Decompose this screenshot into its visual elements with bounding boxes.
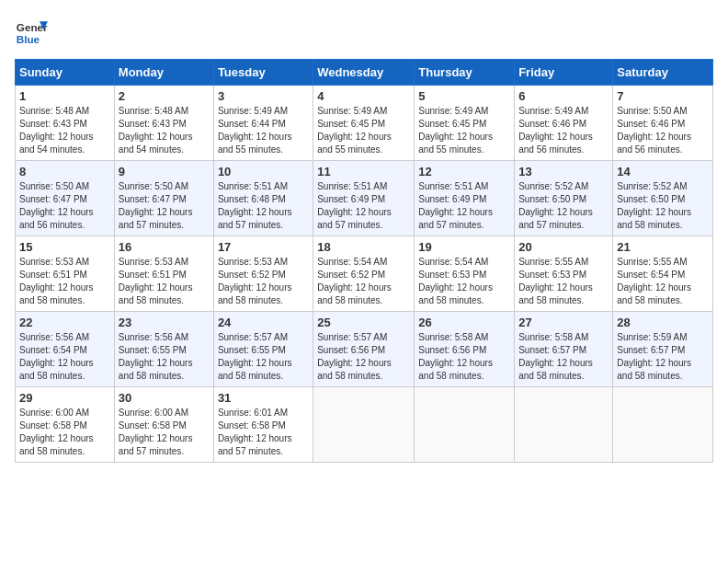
- day-info: Sunrise: 5:53 AM Sunset: 6:51 PM Dayligh…: [119, 256, 210, 307]
- day-number: 28: [617, 316, 709, 329]
- calendar-cell: 17Sunrise: 5:53 AM Sunset: 6:52 PM Dayli…: [213, 236, 313, 312]
- day-info: Sunrise: 5:51 AM Sunset: 6:49 PM Dayligh…: [418, 180, 510, 232]
- calendar-week-1: 1Sunrise: 5:48 AM Sunset: 6:43 PM Daylig…: [16, 86, 713, 161]
- day-info: Sunrise: 5:54 AM Sunset: 6:53 PM Dayligh…: [418, 256, 510, 307]
- day-header-tuesday: Tuesday: [213, 60, 313, 86]
- calendar-cell: [313, 387, 415, 463]
- calendar-cell: 4Sunrise: 5:49 AM Sunset: 6:45 PM Daylig…: [313, 86, 415, 161]
- calendar-cell: 22Sunrise: 5:56 AM Sunset: 6:54 PM Dayli…: [16, 312, 115, 387]
- calendar-table: SundayMondayTuesdayWednesdayThursdayFrid…: [15, 59, 713, 463]
- calendar-cell: [415, 387, 515, 463]
- day-header-monday: Monday: [114, 60, 213, 86]
- day-number: 8: [19, 165, 110, 178]
- day-number: 1: [19, 89, 110, 103]
- calendar-cell: 28Sunrise: 5:59 AM Sunset: 6:57 PM Dayli…: [613, 312, 713, 387]
- calendar-cell: 16Sunrise: 5:53 AM Sunset: 6:51 PM Dayli…: [114, 236, 213, 312]
- calendar-cell: 5Sunrise: 5:49 AM Sunset: 6:45 PM Daylig…: [415, 86, 515, 161]
- day-number: 3: [218, 89, 309, 103]
- day-number: 23: [119, 316, 210, 329]
- day-info: Sunrise: 5:57 AM Sunset: 6:56 PM Dayligh…: [317, 331, 410, 383]
- calendar-cell: 1Sunrise: 5:48 AM Sunset: 6:43 PM Daylig…: [16, 86, 115, 161]
- day-info: Sunrise: 5:50 AM Sunset: 6:46 PM Dayligh…: [617, 105, 709, 156]
- day-number: 22: [19, 316, 110, 329]
- day-number: 10: [218, 165, 309, 178]
- logo-icon: General Blue: [15, 15, 48, 48]
- day-number: 25: [317, 316, 410, 329]
- day-info: Sunrise: 5:48 AM Sunset: 6:43 PM Dayligh…: [19, 105, 110, 156]
- day-number: 30: [119, 391, 210, 405]
- calendar-cell: 12Sunrise: 5:51 AM Sunset: 6:49 PM Dayli…: [415, 161, 515, 236]
- day-header-wednesday: Wednesday: [313, 60, 415, 86]
- day-number: 9: [119, 165, 210, 178]
- calendar-cell: 21Sunrise: 5:55 AM Sunset: 6:54 PM Dayli…: [613, 236, 713, 312]
- calendar-cell: 26Sunrise: 5:58 AM Sunset: 6:56 PM Dayli…: [415, 312, 515, 387]
- day-number: 20: [518, 240, 609, 254]
- calendar-cell: 18Sunrise: 5:54 AM Sunset: 6:52 PM Dayli…: [313, 236, 415, 312]
- day-info: Sunrise: 5:51 AM Sunset: 6:48 PM Dayligh…: [218, 180, 309, 232]
- day-number: 11: [317, 165, 410, 178]
- calendar-cell: 2Sunrise: 5:48 AM Sunset: 6:43 PM Daylig…: [114, 86, 213, 161]
- day-info: Sunrise: 5:54 AM Sunset: 6:52 PM Dayligh…: [317, 256, 410, 307]
- calendar-cell: 6Sunrise: 5:49 AM Sunset: 6:46 PM Daylig…: [515, 86, 613, 161]
- day-number: 29: [19, 391, 110, 405]
- day-number: 6: [518, 89, 609, 103]
- calendar-cell: 10Sunrise: 5:51 AM Sunset: 6:48 PM Dayli…: [213, 161, 313, 236]
- day-info: Sunrise: 5:48 AM Sunset: 6:43 PM Dayligh…: [119, 105, 210, 156]
- calendar-cell: 7Sunrise: 5:50 AM Sunset: 6:46 PM Daylig…: [613, 86, 713, 161]
- day-number: 15: [19, 240, 110, 254]
- day-number: 17: [218, 240, 309, 254]
- calendar-body: 1Sunrise: 5:48 AM Sunset: 6:43 PM Daylig…: [16, 86, 713, 463]
- calendar-cell: 8Sunrise: 5:50 AM Sunset: 6:47 PM Daylig…: [16, 161, 115, 236]
- day-number: 13: [518, 165, 609, 178]
- calendar-cell: 9Sunrise: 5:50 AM Sunset: 6:47 PM Daylig…: [114, 161, 213, 236]
- day-info: Sunrise: 5:56 AM Sunset: 6:55 PM Dayligh…: [119, 331, 210, 383]
- logo: General Blue: [15, 15, 51, 48]
- calendar-cell: 20Sunrise: 5:55 AM Sunset: 6:53 PM Dayli…: [515, 236, 613, 312]
- calendar-cell: 24Sunrise: 5:57 AM Sunset: 6:55 PM Dayli…: [213, 312, 313, 387]
- day-number: 2: [119, 89, 210, 103]
- calendar-week-2: 8Sunrise: 5:50 AM Sunset: 6:47 PM Daylig…: [16, 161, 713, 236]
- day-number: 16: [119, 240, 210, 254]
- day-info: Sunrise: 6:00 AM Sunset: 6:58 PM Dayligh…: [119, 407, 210, 458]
- calendar-week-5: 29Sunrise: 6:00 AM Sunset: 6:58 PM Dayli…: [16, 387, 713, 463]
- day-info: Sunrise: 5:53 AM Sunset: 6:51 PM Dayligh…: [19, 256, 110, 307]
- calendar-cell: [613, 387, 713, 463]
- day-info: Sunrise: 5:55 AM Sunset: 6:54 PM Dayligh…: [617, 256, 709, 307]
- day-info: Sunrise: 5:55 AM Sunset: 6:53 PM Dayligh…: [518, 256, 609, 307]
- calendar-cell: [515, 387, 613, 463]
- day-info: Sunrise: 5:52 AM Sunset: 6:50 PM Dayligh…: [617, 180, 709, 232]
- day-header-saturday: Saturday: [613, 60, 713, 86]
- day-number: 12: [418, 165, 510, 178]
- calendar-cell: 13Sunrise: 5:52 AM Sunset: 6:50 PM Dayli…: [515, 161, 613, 236]
- day-info: Sunrise: 5:52 AM Sunset: 6:50 PM Dayligh…: [518, 180, 609, 232]
- day-number: 21: [617, 240, 709, 254]
- day-number: 24: [218, 316, 309, 329]
- day-number: 18: [317, 240, 410, 254]
- day-info: Sunrise: 5:49 AM Sunset: 6:46 PM Dayligh…: [518, 105, 609, 156]
- day-info: Sunrise: 5:51 AM Sunset: 6:49 PM Dayligh…: [317, 180, 410, 232]
- day-info: Sunrise: 5:50 AM Sunset: 6:47 PM Dayligh…: [119, 180, 210, 232]
- day-info: Sunrise: 5:59 AM Sunset: 6:57 PM Dayligh…: [617, 331, 709, 383]
- day-number: 27: [518, 316, 609, 329]
- day-number: 4: [317, 89, 410, 103]
- calendar-cell: 14Sunrise: 5:52 AM Sunset: 6:50 PM Dayli…: [613, 161, 713, 236]
- day-info: Sunrise: 5:49 AM Sunset: 6:45 PM Dayligh…: [418, 105, 510, 156]
- day-number: 7: [617, 89, 709, 103]
- day-info: Sunrise: 5:49 AM Sunset: 6:45 PM Dayligh…: [317, 105, 410, 156]
- day-info: Sunrise: 5:58 AM Sunset: 6:56 PM Dayligh…: [418, 331, 510, 383]
- day-number: 14: [617, 165, 709, 178]
- calendar-cell: 30Sunrise: 6:00 AM Sunset: 6:58 PM Dayli…: [114, 387, 213, 463]
- day-number: 19: [418, 240, 510, 254]
- calendar-cell: 23Sunrise: 5:56 AM Sunset: 6:55 PM Dayli…: [114, 312, 213, 387]
- calendar-cell: 15Sunrise: 5:53 AM Sunset: 6:51 PM Dayli…: [16, 236, 115, 312]
- calendar-week-4: 22Sunrise: 5:56 AM Sunset: 6:54 PM Dayli…: [16, 312, 713, 387]
- day-number: 31: [218, 391, 309, 405]
- calendar-cell: 31Sunrise: 6:01 AM Sunset: 6:58 PM Dayli…: [213, 387, 313, 463]
- day-info: Sunrise: 5:57 AM Sunset: 6:55 PM Dayligh…: [218, 331, 309, 383]
- day-info: Sunrise: 5:53 AM Sunset: 6:52 PM Dayligh…: [218, 256, 309, 307]
- calendar-cell: 27Sunrise: 5:58 AM Sunset: 6:57 PM Dayli…: [515, 312, 613, 387]
- day-number: 26: [418, 316, 510, 329]
- calendar-cell: 11Sunrise: 5:51 AM Sunset: 6:49 PM Dayli…: [313, 161, 415, 236]
- calendar-week-3: 15Sunrise: 5:53 AM Sunset: 6:51 PM Dayli…: [16, 236, 713, 312]
- calendar-cell: 19Sunrise: 5:54 AM Sunset: 6:53 PM Dayli…: [415, 236, 515, 312]
